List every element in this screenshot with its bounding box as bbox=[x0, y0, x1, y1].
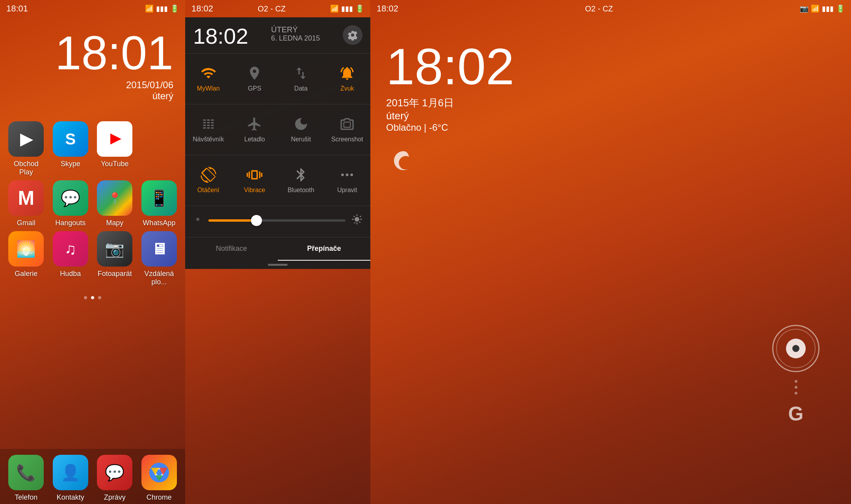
qs-rotate-label: Otáčení bbox=[197, 187, 219, 194]
gallery-icon: 🌅 bbox=[8, 231, 44, 267]
home-date: 2015/01/06 bbox=[0, 80, 173, 91]
hangouts-icon: 💬 bbox=[53, 180, 88, 216]
qs-more[interactable]: Upravit bbox=[324, 159, 371, 202]
qs-gps[interactable]: GPS bbox=[232, 57, 278, 100]
app-icon-camera[interactable]: 📷 Fotoaparát bbox=[95, 231, 135, 286]
qs-rotate[interactable]: Otáčení bbox=[185, 159, 232, 202]
music-icon: ♫ bbox=[53, 231, 88, 267]
svg-point-4 bbox=[341, 174, 344, 176]
tab-notifications[interactable]: Notifikace bbox=[185, 237, 278, 261]
gmail-icon: M bbox=[8, 180, 44, 216]
camera-icon: 📷 bbox=[97, 231, 132, 267]
app-icon-skype[interactable]: S Skype bbox=[50, 121, 91, 176]
app-icon-maps[interactable]: 📍 Mapy bbox=[95, 180, 135, 227]
qs-row-3: Otáčení Vibrace Bluetooth Upravit bbox=[185, 155, 370, 206]
app-label-youtube: YouTube bbox=[101, 160, 129, 168]
app-label-remote: Vzdálená plo... bbox=[139, 270, 180, 286]
brightness-thumb[interactable] bbox=[251, 215, 262, 226]
signal-icon-notif: ▮▮▮ bbox=[341, 4, 353, 13]
app-icon-gallery[interactable]: 🌅 Galerie bbox=[6, 231, 46, 286]
app-grid: ▶ Obchod Play S Skype YouTube M Gmail 💬 … bbox=[0, 113, 185, 294]
battery-icon-notif: 🔋 bbox=[355, 4, 364, 13]
qs-wifi[interactable]: MyWlan bbox=[185, 57, 232, 100]
qs-screenshot[interactable]: Screenshot bbox=[324, 108, 371, 151]
quick-settings-panel: 18:02 ÚTERÝ 6. LEDNA 2015 MyWlan bbox=[185, 17, 370, 269]
lock-nav-dot-2 bbox=[795, 386, 797, 389]
app-icon-play[interactable]: ▶ Obchod Play bbox=[6, 121, 46, 176]
status-time-home: 18:01 bbox=[6, 4, 28, 14]
app-icon-remote[interactable]: 🖥 Vzdálená plo... bbox=[139, 231, 180, 286]
qs-data-label: Data bbox=[294, 85, 308, 92]
qs-sound-label: Zvuk bbox=[340, 85, 354, 92]
app-label-gallery: Galerie bbox=[15, 270, 37, 278]
notif-date: 6. LEDNA 2015 bbox=[271, 34, 320, 43]
qs-screenshot-label: Screenshot bbox=[331, 136, 363, 143]
brightness-slider[interactable] bbox=[208, 219, 346, 222]
lock-dot bbox=[792, 345, 799, 352]
dot-2 bbox=[91, 296, 94, 299]
app-label-camera: Fotoaparát bbox=[98, 270, 132, 278]
app-icon-youtube[interactable]: YouTube bbox=[95, 121, 135, 176]
app-icon-whatsapp[interactable]: 📱 WhatsApp bbox=[139, 180, 180, 227]
carrier-lock: O2 - CZ bbox=[585, 4, 613, 13]
app-label-gmail: Gmail bbox=[17, 219, 35, 227]
qs-data[interactable]: Data bbox=[278, 57, 324, 100]
qs-bluetooth-label: Bluetooth bbox=[288, 187, 314, 194]
brightness-fill bbox=[208, 219, 256, 222]
remote-icon: 🖥 bbox=[141, 231, 177, 267]
dock-label-chrome: Chrome bbox=[147, 493, 172, 502]
moon-icon bbox=[370, 137, 851, 192]
wifi-icon-notif: 📶 bbox=[330, 4, 339, 13]
app-label-skype: Skype bbox=[61, 160, 80, 168]
qs-vibrate-label: Vibrace bbox=[244, 187, 265, 194]
svg-point-5 bbox=[346, 174, 349, 176]
lock-weather: Oblačno | -6°C bbox=[386, 122, 835, 133]
app-icon-gmail[interactable]: M Gmail bbox=[6, 180, 46, 227]
qs-bluetooth[interactable]: Bluetooth bbox=[278, 159, 324, 202]
brightness-high-icon bbox=[351, 214, 362, 227]
status-bar-home: 18:01 📶 ▮▮▮ 🔋 bbox=[0, 0, 185, 17]
settings-gear-button[interactable] bbox=[343, 25, 362, 45]
dock-contacts[interactable]: 👤 Kontakty bbox=[50, 455, 91, 502]
dock-label-messages: Zprávy bbox=[104, 493, 126, 502]
app-icon-music[interactable]: ♫ Hudba bbox=[50, 231, 91, 286]
qs-vibrate[interactable]: Vibrace bbox=[232, 159, 278, 202]
brightness-low-icon bbox=[193, 215, 203, 226]
lock-circle[interactable]: G bbox=[772, 325, 819, 425]
wifi-icon-home: 📶 bbox=[145, 4, 154, 13]
status-icons-lock: 📷 📶 ▮▮▮ 🔋 bbox=[800, 4, 845, 13]
qs-dnd-label: Nerušit bbox=[291, 136, 311, 143]
qs-airplane-label: Letadlo bbox=[244, 136, 265, 143]
chrome-icon bbox=[141, 455, 177, 490]
lock-screen-panel: 18:02 O2 - CZ 📷 📶 ▮▮▮ 🔋 18:02 2015年 1月6日… bbox=[370, 0, 851, 504]
notif-tabs: Notifikace Přepínače bbox=[185, 237, 370, 261]
maps-icon: 📍 bbox=[97, 180, 132, 216]
qs-dnd[interactable]: Nerušit bbox=[278, 108, 324, 151]
battery-icon-lock: 🔋 bbox=[836, 4, 845, 13]
app-label-whatsapp: WhatsApp bbox=[143, 219, 175, 227]
google-icon[interactable]: G bbox=[788, 402, 804, 425]
dock-phone[interactable]: 📞 Telefon bbox=[6, 455, 46, 502]
svg-rect-3 bbox=[344, 122, 351, 127]
battery-icon-home: 🔋 bbox=[170, 4, 179, 13]
app-label-maps: Mapy bbox=[106, 219, 123, 227]
signal-icon-home: ▮▮▮ bbox=[156, 4, 168, 13]
qs-visitor[interactable]: Návštěvník bbox=[185, 108, 232, 151]
app-icon-hangouts[interactable]: 💬 Hangouts bbox=[50, 180, 91, 227]
skype-icon: S bbox=[53, 121, 88, 157]
dock-chrome[interactable]: Chrome bbox=[139, 455, 180, 502]
lock-dots bbox=[795, 380, 797, 395]
svg-point-6 bbox=[351, 174, 353, 176]
app-label-music: Hudba bbox=[60, 270, 81, 278]
qs-sound[interactable]: Zvuk bbox=[324, 57, 371, 100]
play-icon: ▶ bbox=[8, 121, 44, 157]
lock-clock: 18:02 2015年 1月6日 úterý Oblačno | -6°C bbox=[370, 17, 851, 137]
dot-1 bbox=[84, 296, 87, 299]
notif-time-display: 18:02 bbox=[193, 25, 248, 47]
tab-switches[interactable]: Přepínače bbox=[278, 237, 370, 261]
whatsapp-icon: 📱 bbox=[141, 180, 177, 216]
notif-header: 18:02 ÚTERÝ 6. LEDNA 2015 bbox=[185, 17, 370, 53]
dock-messages[interactable]: 💬 Zprávy bbox=[95, 455, 135, 502]
lock-day: úterý bbox=[386, 110, 835, 122]
qs-airplane[interactable]: Letadlo bbox=[232, 108, 278, 151]
